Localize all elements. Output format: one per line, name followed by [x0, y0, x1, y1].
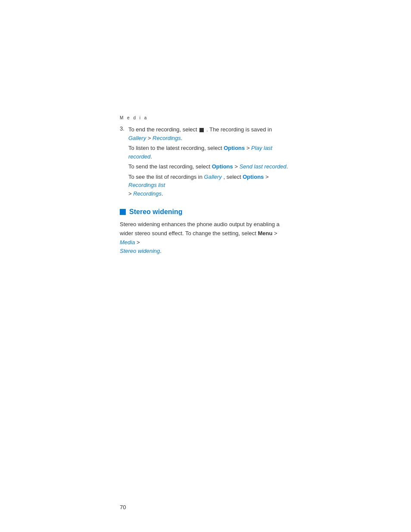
item-number: 3. — [120, 125, 127, 199]
arrow5: > — [128, 190, 133, 197]
options-1: Options — [224, 145, 245, 151]
arrow2: > — [246, 145, 251, 151]
section-heading-icon — [120, 209, 126, 215]
gallery-link[interactable]: Gallery — [128, 135, 146, 141]
line1-prefix: To end the recording, select — [128, 126, 197, 133]
stop-icon — [199, 126, 206, 133]
line4-prefix: To see the list of recordings in — [128, 174, 202, 180]
arrow4: > — [265, 174, 269, 180]
numbered-item-3: 3. To end the recording, select . The re… — [120, 125, 292, 199]
stereo-heading: Stereo widening — [129, 208, 183, 216]
line1-suffix: . The recording is saved in — [206, 126, 272, 133]
recordings-link-1[interactable]: Recordings — [153, 135, 181, 141]
recordings-link-2[interactable]: Recordings — [133, 190, 162, 197]
options-2: Options — [212, 163, 233, 170]
line4: To see the list of recordings in Gallery… — [128, 173, 292, 198]
page-container: M e d i a 3. To end the recording, selec… — [0, 0, 411, 532]
line1: To end the recording, select . The recor… — [128, 125, 292, 142]
recordings-list-link[interactable]: Recordings list — [128, 182, 165, 188]
line4-mid: , select — [223, 174, 241, 180]
arrow1: > — [148, 135, 153, 141]
content-area: M e d i a 3. To end the recording, selec… — [120, 115, 292, 256]
arrow3: > — [234, 163, 239, 170]
media-link[interactable]: Media — [120, 239, 135, 246]
sep1: > — [274, 230, 277, 236]
stereo-body-part1: Stereo widening enhances the phone audio… — [120, 221, 280, 236]
line2-prefix: To listen to the latest recording, selec… — [128, 145, 222, 151]
line3: To send the last recording, select Optio… — [128, 162, 292, 171]
section-label: M e d i a — [120, 115, 292, 120]
stereo-body: Stereo widening enhances the phone audio… — [120, 220, 292, 256]
item-content: To end the recording, select . The recor… — [128, 125, 292, 199]
page-number: 70 — [120, 504, 126, 510]
sep2: > — [137, 239, 140, 246]
gallery-link-2[interactable]: Gallery — [204, 174, 222, 180]
stereo-heading-container: Stereo widening — [120, 208, 292, 216]
line2: To listen to the latest recording, selec… — [128, 144, 292, 161]
menu-label: Menu — [258, 230, 272, 236]
line3-prefix: To send the last recording, select — [128, 163, 210, 170]
options-3: Options — [243, 174, 264, 180]
send-last-link[interactable]: Send last recorded — [240, 163, 286, 170]
stereo-link[interactable]: Stereo widening — [120, 248, 160, 254]
